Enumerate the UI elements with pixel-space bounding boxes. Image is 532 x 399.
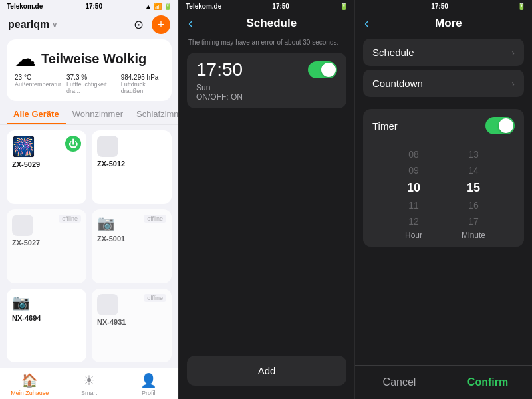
more-nav: ‹ More	[355, 11, 532, 35]
humidity-stat: 37.3 % Luftfeuchtigkeit dra...	[66, 74, 116, 94]
more-back-arrow-icon[interactable]: ‹	[364, 15, 369, 31]
more-menu-schedule-label: Schedule	[372, 47, 414, 58]
humidity-value: 37.3 %	[66, 74, 116, 81]
schedule-status-bar: Telekom.de 17:50 🔋	[179, 0, 354, 11]
smart-nav-icon: ☀	[83, 372, 95, 388]
nav-profil[interactable]: 👤 Profil	[119, 372, 178, 396]
timer-section: Timer 08 09 10 11 12 Hour 13 14 15	[363, 109, 524, 247]
device-name-nx4931: NX-4931	[97, 318, 166, 326]
more-menu-section: Schedule › Countdown ›	[363, 39, 524, 101]
camera-icon[interactable]: ⊙	[134, 17, 144, 32]
device-card-nx4931[interactable]: offline NX-4931	[92, 289, 172, 362]
hours-column: 08 09 10 11 12 Hour	[384, 146, 444, 243]
time-picker: 08 09 10 11 12 Hour 13 14 15 16 17 Minut…	[363, 142, 524, 247]
temp-stat: 23 °C Außentemperatur	[15, 74, 61, 94]
home-time: 17:50	[85, 3, 102, 10]
device-card-zx5027[interactable]: offline ZX-5027	[7, 209, 86, 283]
schedule-battery-icon: 🔋	[340, 3, 348, 10]
hour-10-selected: 10	[384, 178, 444, 198]
bottom-nav: 🏠 Mein Zuhause ☀ Smart 👤 Profil	[0, 368, 178, 399]
add-btn-container: Add	[179, 111, 354, 399]
hours-picker[interactable]: 08 09 10 11 12 Hour	[384, 146, 444, 243]
device-icon-zx5029: 🎆	[12, 136, 35, 158]
confirm-button[interactable]: Confirm	[444, 374, 532, 391]
humidity-label: Luftfeuchtigkeit dra...	[66, 81, 116, 94]
device-power-zx5029[interactable]: ⏻	[65, 136, 81, 152]
more-menu-schedule[interactable]: Schedule ›	[363, 39, 524, 66]
nav-mein-zuhause[interactable]: 🏠 Mein Zuhause	[0, 372, 59, 396]
weather-title: Teilweise Wolkig	[41, 51, 146, 66]
min-15-selected: 15	[444, 178, 503, 198]
device-name-nx4694: NX-4694	[12, 314, 81, 322]
timer-toggle[interactable]	[485, 117, 515, 134]
device-card-zx5001[interactable]: 📷 offline ZX-5001	[92, 209, 172, 283]
schedule-toggle[interactable]	[308, 61, 337, 78]
nav-label-profil: Profil	[142, 390, 156, 396]
cancel-button[interactable]: Cancel	[355, 374, 444, 391]
home-title-area[interactable]: pearlqm ∨	[8, 19, 57, 31]
schedule-day: Sun	[196, 83, 337, 92]
pressure-stat: 984.295 hPa Luftdruck draußen	[121, 74, 164, 94]
weather-stats: 23 °C Außentemperatur 37.3 % Luftfeuchti…	[15, 74, 164, 94]
tab-schlafzimmer[interactable]: Schlafzimmer	[130, 105, 178, 124]
schedule-time-value: 17:50	[196, 59, 243, 80]
header-icons: ⊙ +	[134, 15, 170, 34]
device-card-zx5029[interactable]: 🎆 ⏻ ZX-5029	[7, 130, 86, 204]
panel-home: Telekom.de 17:50 ▲ 📶 🔋 pearlqm ∨ ⊙ + ☁ T…	[0, 0, 178, 399]
schedule-time: 17:50	[272, 3, 289, 10]
device-icon-nx4694: 📷	[12, 294, 30, 311]
device-top: offline	[97, 294, 166, 315]
schedule-carrier: Telekom.de	[186, 3, 221, 10]
panel-schedule: Telekom.de 17:50 🔋 ‹ Schedule The timing…	[178, 0, 354, 399]
tab-alle-gerate[interactable]: Alle Geräte	[7, 105, 66, 124]
more-menu-countdown[interactable]: Countdown ›	[363, 70, 524, 97]
device-icon-zx5027	[12, 215, 33, 236]
title-chevron-icon: ∨	[52, 21, 57, 29]
cloud-icon: ☁	[15, 46, 36, 71]
more-battery-icon: 🔋	[517, 3, 525, 10]
battery-icon: 🔋	[164, 3, 172, 10]
nav-smart[interactable]: ☀ Smart	[59, 372, 118, 396]
timer-label: Timer	[372, 120, 398, 132]
schedule-nav: ‹ Schedule	[179, 11, 354, 35]
device-name-zx5027: ZX-5027	[12, 239, 81, 247]
hour-11: 11	[384, 198, 444, 213]
back-arrow-icon[interactable]: ‹	[188, 15, 193, 31]
add-button[interactable]: +	[152, 15, 170, 34]
panel-more: 17:50 🔋 ‹ More Schedule › Countdown › Ti…	[354, 0, 532, 399]
offline-badge-zx5027: offline	[59, 215, 81, 223]
device-top: 🎆 ⏻	[12, 136, 81, 158]
weather-card: ☁ Teilweise Wolkig 23 °C Außentemperatur…	[7, 39, 172, 101]
status-icons: ▲ 📶 🔋	[145, 3, 172, 10]
schedule-status: ON/OFF: ON	[196, 92, 337, 102]
more-status-bar: 17:50 🔋	[355, 0, 532, 11]
device-name-zx5029: ZX-5029	[12, 160, 81, 168]
timer-header: Timer	[363, 109, 524, 142]
schedule-hint: The timing may have an error of about 30…	[179, 35, 354, 50]
home-header: pearlqm ∨ ⊙ +	[0, 11, 178, 37]
hour-unit-label: Hour	[405, 229, 422, 243]
devices-grid: 🎆 ⏻ ZX-5029 ZX-5012 offline ZX-5027 📷 of…	[0, 125, 178, 368]
device-name-zx5001: ZX-5001	[97, 235, 166, 243]
device-card-zx5012[interactable]: ZX-5012	[92, 130, 172, 204]
profil-nav-icon: 👤	[140, 372, 157, 388]
min-13: 13	[444, 146, 503, 162]
more-menu-countdown-label: Countdown	[372, 78, 423, 89]
minutes-picker[interactable]: 13 14 15 16 17 Minute	[444, 146, 503, 243]
device-card-nx4694[interactable]: 📷 NX-4694	[7, 289, 86, 362]
min-17: 17	[444, 213, 503, 229]
more-nav-title: More	[374, 17, 523, 30]
pressure-label: Luftdruck draußen	[121, 81, 164, 94]
schedule-item-card[interactable]: 17:50 Sun ON/OFF: ON	[187, 53, 346, 108]
add-button[interactable]: Add	[187, 356, 346, 386]
schedule-nav-title: Schedule	[198, 17, 345, 30]
tab-wohnzimmer[interactable]: Wohnzimmer	[66, 105, 130, 124]
weather-main: ☁ Teilweise Wolkig	[15, 46, 164, 71]
pressure-value: 984.295 hPa	[121, 74, 164, 81]
device-icon-nx4931	[97, 294, 118, 315]
confirm-bar: Cancel Confirm	[355, 365, 532, 399]
min-16: 16	[444, 198, 503, 213]
minute-unit-label: Minute	[462, 229, 485, 243]
home-status-bar: Telekom.de 17:50 ▲ 📶 🔋	[0, 0, 178, 11]
signal-icon: ▲	[145, 3, 152, 10]
